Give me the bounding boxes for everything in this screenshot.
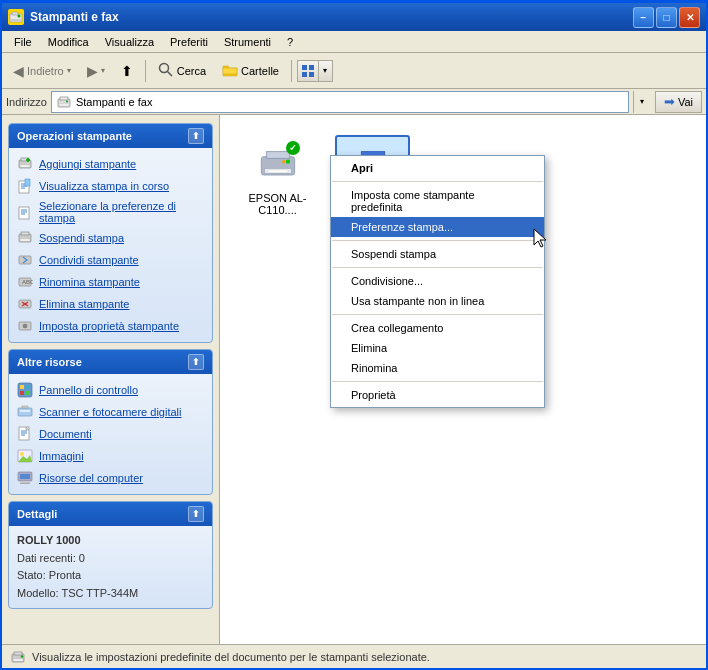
menu-visualizza[interactable]: Visualizza xyxy=(97,34,162,50)
sidebar-section-operazioni-title: Operazioni stampante xyxy=(17,130,132,142)
sidebar-item-control-panel[interactable]: Pannello di controllo xyxy=(13,380,208,400)
context-menu: Apri Imposta come stampante predefinita … xyxy=(330,155,545,408)
menu-file[interactable]: File xyxy=(6,34,40,50)
svg-point-3 xyxy=(18,15,21,18)
maximize-button[interactable]: □ xyxy=(656,7,677,28)
svg-rect-10 xyxy=(309,72,314,77)
ctx-item-set-default[interactable]: Imposta come stampante predefinita xyxy=(331,185,544,217)
menu-help[interactable]: ? xyxy=(279,34,301,50)
add-printer-icon xyxy=(17,156,33,172)
sidebar-item-documenti-label: Documenti xyxy=(39,428,92,440)
sidebar-section-altre-title: Altre risorse xyxy=(17,356,82,368)
search-button[interactable]: Cerca xyxy=(151,57,213,85)
address-input[interactable] xyxy=(76,96,624,108)
ctx-separator-0 xyxy=(332,181,543,182)
printer-icon-epson: ✓ xyxy=(254,141,302,189)
sidebar-item-scanner[interactable]: Scanner e fotocamere digitali xyxy=(13,402,208,422)
ctx-item-suspend[interactable]: Sospendi stampa xyxy=(331,244,544,264)
address-dropdown-button[interactable]: ▾ xyxy=(633,91,651,113)
folders-icon xyxy=(222,62,238,80)
sidebar-item-add-printer[interactable]: Aggiungi stampante xyxy=(13,154,208,174)
sidebar-section-dettagli-collapse[interactable]: ⬆ xyxy=(188,506,204,522)
sidebar-item-rename-printer[interactable]: ABC Rinomina stampante xyxy=(13,272,208,292)
status-bar: Visualizza le impostazioni predefinite d… xyxy=(2,644,706,668)
menu-modifica[interactable]: Modifica xyxy=(40,34,97,50)
sidebar-item-share-printer[interactable]: Condividi stampante xyxy=(13,250,208,270)
svg-rect-72 xyxy=(14,652,22,655)
sidebar-section-dettagli-title: Dettagli xyxy=(17,508,57,520)
svg-rect-31 xyxy=(20,239,30,241)
svg-rect-57 xyxy=(20,474,30,479)
ctx-item-offline[interactable]: Usa stampante non in linea xyxy=(331,291,544,311)
sidebar-item-share-printer-label: Condividi stampante xyxy=(39,254,139,266)
delete-printer-icon xyxy=(17,296,33,312)
sidebar-item-immagini[interactable]: Immagini xyxy=(13,446,208,466)
sidebar: Operazioni stampante ⬆ xyxy=(2,115,220,644)
svg-rect-17 xyxy=(20,165,30,167)
window-title: Stampanti e fax xyxy=(30,10,633,24)
menu-preferiti[interactable]: Preferiti xyxy=(162,34,216,50)
sidebar-section-operazioni-collapse[interactable]: ⬆ xyxy=(188,128,204,144)
svg-rect-46 xyxy=(20,410,30,412)
printer-item-epson[interactable]: ✓ EPSON AL-C110.... xyxy=(240,135,315,222)
sidebar-item-delete-printer[interactable]: Elimina stampante xyxy=(13,294,208,314)
svg-rect-42 xyxy=(26,385,30,389)
back-button[interactable]: ◀ Indietro ▾ xyxy=(6,57,78,85)
svg-rect-6 xyxy=(223,68,237,74)
ctx-separator-1 xyxy=(332,240,543,241)
svg-rect-1 xyxy=(12,12,18,15)
svg-point-14 xyxy=(66,100,68,102)
view-controls: ▾ xyxy=(297,60,333,82)
ctx-item-apri[interactable]: Apri xyxy=(331,158,544,178)
sidebar-item-printer-props-label: Imposta proprietà stampante xyxy=(39,320,179,332)
sidebar-section-altre-collapse[interactable]: ⬆ xyxy=(188,354,204,370)
control-panel-icon xyxy=(17,382,33,398)
svg-rect-47 xyxy=(22,406,28,408)
sidebar-item-add-printer-label: Aggiungi stampante xyxy=(39,158,136,170)
svg-rect-58 xyxy=(22,481,28,483)
printer-props-icon xyxy=(17,318,33,334)
svg-rect-8 xyxy=(309,65,314,70)
sidebar-item-view-print[interactable]: Visualizza stampa in corso xyxy=(13,176,208,196)
view-dropdown-button[interactable]: ▾ xyxy=(319,60,333,82)
content-pane: ✓ EPSON AL-C110.... xyxy=(220,115,706,644)
sidebar-item-select-prefs[interactable]: Selezionare la preferenze di stampa xyxy=(13,198,208,226)
svg-rect-41 xyxy=(20,385,24,389)
forward-button[interactable]: ▶ ▾ xyxy=(80,57,112,85)
status-text: Visualizza le impostazioni predefinite d… xyxy=(32,651,430,663)
sidebar-section-operazioni: Operazioni stampante ⬆ xyxy=(8,123,213,343)
sidebar-item-pause-print[interactable]: Sospendi stampa xyxy=(13,228,208,248)
sidebar-item-computer[interactable]: Risorse del computer xyxy=(13,468,208,488)
sidebar-item-documenti[interactable]: Documenti xyxy=(13,424,208,444)
folders-button[interactable]: Cartelle xyxy=(215,57,286,85)
sidebar-section-dettagli-content: ROLLY 1000 Dati recenti: 0 Stato: Pronta… xyxy=(9,526,212,608)
search-icon xyxy=(158,62,174,80)
minimize-button[interactable]: − xyxy=(633,7,654,28)
toolbar-separator-2 xyxy=(291,60,292,82)
pause-print-icon xyxy=(17,230,33,246)
up-button[interactable]: ⬆ xyxy=(114,57,140,85)
ctx-item-delete[interactable]: Elimina xyxy=(331,338,544,358)
up-icon: ⬆ xyxy=(121,63,133,79)
toolbar-separator-1 xyxy=(145,60,146,82)
forward-dropdown-icon: ▾ xyxy=(101,66,105,75)
sidebar-item-printer-props[interactable]: Imposta proprietà stampante xyxy=(13,316,208,336)
ctx-item-prefs[interactable]: Preferenze stampa... xyxy=(331,217,544,237)
title-bar: Stampanti e fax − □ ✕ xyxy=(2,3,706,31)
view-button[interactable] xyxy=(297,60,319,82)
ctx-item-share[interactable]: Condivisione... xyxy=(331,271,544,291)
rename-printer-icon: ABC xyxy=(17,274,33,290)
sidebar-item-rename-printer-label: Rinomina stampante xyxy=(39,276,140,288)
ctx-item-create-link[interactable]: Crea collegamento xyxy=(331,318,544,338)
close-button[interactable]: ✕ xyxy=(679,7,700,28)
svg-point-54 xyxy=(20,452,24,456)
go-button[interactable]: ➡ Vai xyxy=(655,91,702,113)
window-controls: − □ ✕ xyxy=(633,7,700,28)
svg-point-63 xyxy=(285,160,289,164)
ctx-item-rename[interactable]: Rinomina xyxy=(331,358,544,378)
view-print-icon xyxy=(17,178,33,194)
svg-rect-59 xyxy=(20,483,30,485)
window-icon xyxy=(8,9,24,25)
ctx-item-properties[interactable]: Proprietà xyxy=(331,385,544,405)
menu-strumenti[interactable]: Strumenti xyxy=(216,34,279,50)
